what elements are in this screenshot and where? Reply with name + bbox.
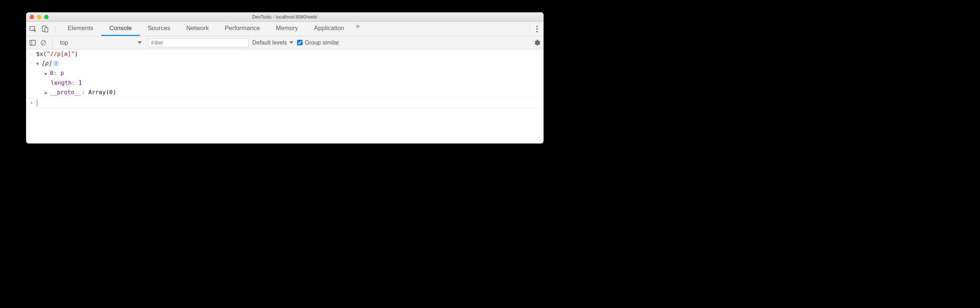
inspect-element-icon[interactable] [29, 25, 37, 33]
window-minimize-button[interactable] [37, 15, 41, 19]
console-output-preview[interactable]: ▼[p]i [35, 59, 540, 68]
text-cursor [37, 100, 37, 106]
console-sidebar-toggle-icon[interactable] [29, 39, 36, 46]
log-levels-label: Default levels [252, 40, 287, 46]
disclosure-triangle-icon[interactable]: ▶ [45, 89, 49, 97]
customize-devtools-icon[interactable] [533, 24, 541, 34]
array-length[interactable]: length: 1 [35, 79, 540, 87]
tab-application[interactable]: Application [306, 22, 352, 36]
length-value: 1 [78, 79, 82, 86]
console-prompt-row[interactable]: › [26, 97, 544, 108]
array-item[interactable]: ▶0: p [35, 69, 540, 78]
execution-context-value: top [60, 40, 68, 46]
tab-console[interactable]: Console [101, 22, 140, 36]
tab-network[interactable]: Network [178, 22, 217, 36]
array-length-row: length: 1 [26, 78, 544, 88]
array-item-key: 0 [50, 70, 54, 77]
panel-tabs: Elements Console Sources Network Perform… [60, 22, 363, 36]
window-title: DevTools - localhost:8080/web/ [26, 14, 544, 19]
execution-context-select[interactable]: top [57, 38, 145, 47]
window-titlebar: DevTools - localhost:8080/web/ [26, 12, 544, 22]
console-filter-input[interactable] [148, 38, 249, 47]
console-output[interactable]: › $x("//p[a]") ‹ ▼[p]i ▶0: p length: 1 ▶… [26, 49, 544, 144]
toolbar-divider [55, 25, 56, 33]
proto-key: __proto__ [50, 89, 81, 96]
array-proto[interactable]: ▶__proto__: Array(0) [35, 88, 540, 97]
device-toolbar-icon[interactable] [41, 25, 49, 33]
array-item-value: p [60, 70, 64, 77]
window-close-button[interactable] [30, 15, 34, 19]
disclosure-triangle-icon[interactable]: ▶ [45, 70, 49, 78]
console-prompt-input[interactable] [35, 99, 540, 107]
window-zoom-button[interactable] [44, 15, 48, 19]
svg-rect-3 [30, 40, 35, 45]
array-preview-tag: p [45, 60, 48, 67]
tab-performance[interactable]: Performance [217, 22, 268, 36]
group-similar-input[interactable] [297, 40, 302, 45]
group-similar-checkbox[interactable]: Group similar [297, 40, 339, 46]
expr-argument: "//p[a]" [47, 50, 75, 57]
input-marker-icon: › [28, 50, 35, 58]
tab-sources[interactable]: Sources [140, 22, 178, 36]
log-levels-select[interactable]: Default levels [252, 40, 293, 46]
tab-memory[interactable]: Memory [268, 22, 306, 36]
filterbar-divider [52, 39, 52, 47]
disclosure-triangle-icon[interactable]: ▼ [36, 60, 41, 68]
console-filterbar: top Default levels Group similar [26, 36, 544, 49]
more-tabs-icon[interactable]: » [352, 22, 363, 36]
dropdown-icon [137, 41, 142, 44]
output-marker-icon: ‹ [28, 59, 35, 67]
console-settings-icon[interactable] [533, 39, 541, 46]
svg-line-6 [41, 41, 45, 44]
window-traffic-lights [26, 15, 48, 19]
dropdown-icon [289, 41, 293, 44]
info-badge-icon[interactable]: i [53, 61, 59, 66]
devtools-window: DevTools - localhost:8080/web/ Elements … [26, 12, 544, 144]
console-input-echo-row: › $x("//p[a]") [26, 49, 544, 59]
array-proto-row: ▶__proto__: Array(0) [26, 88, 544, 97]
group-similar-label: Group similar [305, 40, 339, 46]
console-output-row: ‹ ▼[p]i [26, 59, 544, 69]
prompt-marker-icon: › [28, 99, 35, 107]
toolbar-divider [530, 25, 530, 33]
main-toolbar: Elements Console Sources Network Perform… [26, 22, 544, 36]
expr-function: $x [36, 50, 43, 57]
svg-rect-2 [45, 27, 48, 32]
clear-console-icon[interactable] [40, 39, 47, 46]
length-key: length [51, 79, 72, 86]
array-item-row: ▶0: p [26, 69, 544, 78]
proto-value: Array(0) [88, 89, 116, 96]
console-input-expression[interactable]: $x("//p[a]") [35, 50, 540, 58]
tab-elements[interactable]: Elements [60, 22, 101, 36]
